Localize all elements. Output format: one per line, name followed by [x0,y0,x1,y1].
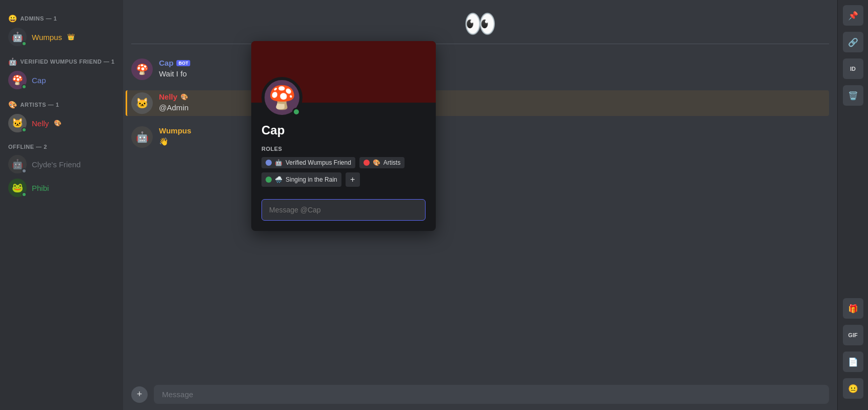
phibi-name: Phibi [32,184,49,192]
verified-label-badge: Verified Wumpus Friend [286,159,351,166]
section-admins: 😀 ADMINS — 1 [4,6,119,26]
wumpus-status [22,41,27,46]
nelly-name: Nelly [32,119,49,128]
member-cap[interactable]: 🍄 Cap [4,69,119,91]
nelly-palette-icon: 🎨 [180,93,188,101]
popup-avatar-status [292,108,300,116]
wumpus-name: Wumpus [32,33,62,42]
gift-button[interactable]: 🎁 [843,298,863,319]
nelly-avatar-wrapper: 🐱 [8,114,27,132]
cap-status [22,84,27,89]
message-wumpus: 🤖 Wumpus 👋 [131,124,829,150]
pin-icon: 📌 [848,11,858,21]
toolbar-bottom: 🎁 GIF 📄 😐 [843,297,863,406]
link-button[interactable]: 🔗 [843,32,863,52]
sticker-icon: 📄 [848,357,858,367]
link-icon: 🔗 [848,37,858,47]
gif-label: GIF [848,332,857,338]
gif-button[interactable]: GIF [843,325,863,345]
wumpus-msg-author-name: Wumpus [159,126,191,135]
singing-icon-badge: 🌧️ [275,176,282,183]
popup-username: Cap [261,123,426,138]
add-attachment-button[interactable]: + [131,386,148,403]
phibi-status [22,192,27,197]
role-singing[interactable]: 🌧️ Singing in the Rain [261,172,341,187]
cap-msg-author-name: Cap [159,58,173,67]
main-chat-area: 👀 🍄 Cap BOT Wait I fo 🐱 Nelly 🎨 @Admin [123,0,837,410]
popup-message-input[interactable] [261,199,426,221]
artists-label: ARTISTS — 1 [21,102,59,108]
right-toolbar: 📌 🔗 ID 🗑️ 🎁 GIF 📄 😐 [837,0,868,410]
sticker-button[interactable]: 📄 [843,352,863,372]
cap-avatar-wrapper: 🍄 [8,71,27,89]
bot-badge: BOT [176,60,190,66]
nelly-status [22,127,27,132]
section-artists: 🎨 ARTISTS — 1 [4,92,119,112]
emoji-button[interactable]: 😐 [843,378,863,399]
verified-dot [266,160,272,166]
clyde-name: Clyde's Friend [32,160,80,169]
wumpus-msg-avatar: 🤖 [131,126,153,148]
role-artists[interactable]: 🎨 Artists [359,157,405,168]
section-verified: 🤖 VERIFIED WUMPUS FRIEND — 1 [4,49,119,69]
member-clyde[interactable]: 🤖 Clyde's Friend [4,153,119,175]
member-list-sidebar: 😀 ADMINS — 1 🤖 Wumpus 👑 🤖 VERIFIED WUMPU… [0,0,123,410]
singing-dot [266,177,272,183]
message-nelly: 🐱 Nelly 🎨 @Admin [126,90,829,116]
verified-icon-badge: 🤖 [275,159,282,166]
popup-body: Cap ROLES 🤖 Verified Wumpus Friend 🎨 Art… [251,103,436,231]
message-cap: 🍄 Cap BOT Wait I fo [131,56,829,82]
clyde-avatar-wrapper: 🤖 [8,155,27,173]
singing-label-badge: Singing in the Rain [286,176,337,183]
artists-dot [364,160,370,166]
admins-label: ADMINS — 1 [21,15,57,22]
eyes-decoration: 👀 [131,8,829,44]
member-wumpus[interactable]: 🤖 Wumpus 👑 [4,26,119,48]
role-verified-wumpus[interactable]: 🤖 Verified Wumpus Friend [261,157,355,168]
roles-area: 🤖 Verified Wumpus Friend 🎨 Artists 🌧️ Si… [261,157,426,187]
member-nelly[interactable]: 🐱 Nelly 🎨 [4,112,119,134]
palette-icon: 🎨 [54,120,62,127]
popup-banner: 🍄 [251,41,436,103]
offline-label: OFFLINE — 2 [8,144,47,150]
message-input[interactable] [154,385,829,404]
wumpus-avatar-wrapper: 🤖 [8,28,27,46]
id-button[interactable]: ID [843,58,863,79]
clyde-status [22,168,27,173]
emoji-icon: 😐 [848,384,858,394]
nelly-msg-author-name: Nelly [159,92,177,101]
admins-icon: 😀 [8,14,17,23]
pin-button[interactable]: 📌 [843,5,863,26]
profile-popup[interactable]: 🍄 Cap ROLES 🤖 Verified Wumpus Friend [251,41,436,231]
eyes-emoji: 👀 [463,8,497,40]
section-offline: OFFLINE — 2 [4,135,119,153]
phibi-avatar-wrapper: 🐸 [8,179,27,197]
id-label: ID [850,66,856,72]
nelly-msg-avatar: 🐱 [131,92,153,114]
delete-icon: 🗑️ [848,91,858,101]
verified-label: VERIFIED WUMPUS FRIEND — 1 [21,58,115,65]
cap-name: Cap [32,76,46,85]
artists-label-badge: Artists [383,159,400,166]
verified-icon: 🤖 [8,57,17,66]
cap-msg-avatar: 🍄 [131,58,153,80]
gift-icon: 🎁 [848,304,858,314]
roles-section-title: ROLES [261,146,426,152]
artists-icon-badge: 🎨 [373,159,380,166]
chat-messages: 👀 🍄 Cap BOT Wait I fo 🐱 Nelly 🎨 @Admin [123,0,837,379]
member-phibi[interactable]: 🐸 Phibi [4,177,119,199]
crown-icon: 👑 [67,33,75,41]
add-role-button[interactable]: + [346,172,360,187]
popup-avatar-area: 🍄 [261,77,302,118]
chat-input-area: + [123,379,837,410]
delete-button[interactable]: 🗑️ [843,85,863,106]
artists-icon: 🎨 [8,101,17,109]
